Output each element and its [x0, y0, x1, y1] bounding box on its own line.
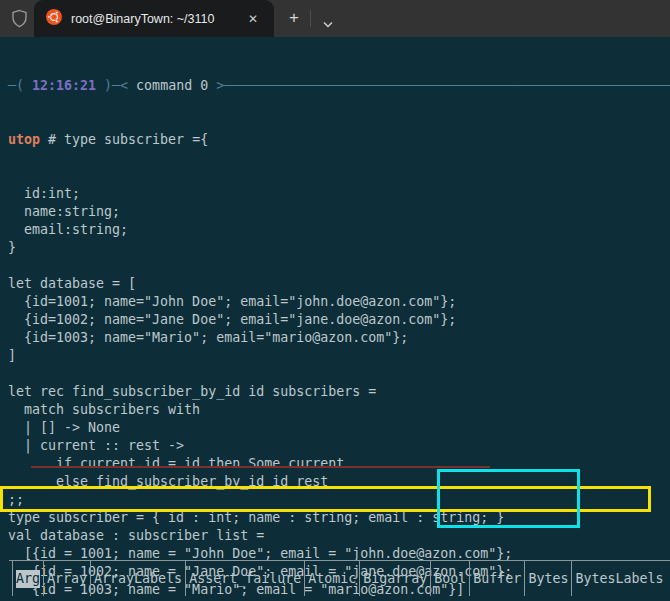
- prompt-command-label: command 0: [136, 78, 208, 93]
- terminal-line: val database : subscriber list =: [8, 527, 670, 545]
- terminal-line: let database = [: [8, 275, 670, 293]
- terminal-line: [8, 365, 670, 383]
- admin-shield-icon: [11, 9, 28, 28]
- prompt-line-command-0: ─( 12:16:21 )─< command 0 >─────────────…: [8, 77, 670, 95]
- completion-item: Arg: [16, 570, 40, 588]
- terminal-line: | current :: rest ->: [8, 437, 670, 455]
- terminal-line: | [] -> None: [8, 419, 670, 437]
- completion-separator: [301, 561, 308, 596]
- terminal-line: id:int;: [8, 185, 670, 203]
- terminal-line: ;;: [8, 491, 670, 509]
- terminal-line: {id=1003; name="Mario"; email="mario@azo…: [8, 329, 670, 347]
- completion-separator: [182, 561, 189, 596]
- prompt-time: 12:16:21: [32, 78, 96, 93]
- completion-item: Atomic: [308, 570, 356, 588]
- terminal-output: id:int; name:string; email:string;}let d…: [8, 185, 670, 601]
- titlebar-separator: [310, 10, 311, 27]
- terminal-line: {id=1001; name="John Doe"; email="john.d…: [8, 293, 670, 311]
- terminal-screen[interactable]: ─( 12:16:21 )─< command 0 >─────────────…: [0, 37, 670, 601]
- completion-separator: [427, 561, 434, 596]
- prompt-frame: >───────────────────────────────────────…: [208, 78, 670, 93]
- prompt-frame: )─<: [96, 78, 136, 93]
- terminal-line: [8, 257, 670, 275]
- completion-item: Bool: [434, 570, 466, 588]
- terminal-line: ]: [8, 347, 670, 365]
- tab-active[interactable]: root@BinaryTown: ~/3110 ✕: [34, 0, 274, 37]
- terminal-line: {id=1002; name="Jane Doe"; email="jane.d…: [8, 311, 670, 329]
- utop-prompt: utop: [8, 132, 40, 147]
- ubuntu-icon: [46, 9, 62, 29]
- titlebar: root@BinaryTown: ~/3110 ✕ +: [0, 0, 670, 37]
- completion-separator: [521, 561, 528, 596]
- completion-separator: [466, 561, 473, 596]
- terminal-line: if current.id = id then Some current: [8, 455, 670, 473]
- tab-dropdown-button[interactable]: [318, 15, 338, 33]
- completion-item: BytesLabels: [575, 570, 663, 588]
- terminal-line: else find_subscriber_by_id id rest: [8, 473, 670, 491]
- terminal-line: type subscriber = { id : int; name : str…: [8, 509, 670, 527]
- completion-item: Buffer: [473, 570, 521, 588]
- completion-separator: [568, 561, 575, 596]
- close-tab-icon[interactable]: ✕: [244, 10, 262, 28]
- terminal-line: }: [8, 239, 670, 257]
- terminal-line: match subscribers with: [8, 401, 670, 419]
- completion-item: Array: [47, 570, 87, 588]
- completion-item: Bigarray: [363, 570, 427, 588]
- completion-bar: ArgArrayArrayLabelsAssert_failureAtomicB…: [9, 560, 670, 596]
- completion-item: ArrayLabels: [94, 570, 182, 588]
- echo-text: # type subscriber ={: [40, 132, 208, 147]
- completion-separator: [40, 561, 47, 596]
- prompt-frame: ─(: [8, 78, 32, 93]
- completion-separator: [87, 561, 94, 596]
- new-tab-button[interactable]: +: [281, 0, 307, 37]
- tab-title: root@BinaryTown: ~/3110: [71, 12, 235, 26]
- completion-separator: [9, 561, 16, 596]
- terminal-line: name:string;: [8, 203, 670, 221]
- completion-item: Bytes: [528, 570, 568, 588]
- input-echo-line: utop # type subscriber ={: [8, 131, 670, 149]
- terminal-line: let rec find_subscriber_by_id id subscri…: [8, 383, 670, 401]
- terminal-line: email:string;: [8, 221, 670, 239]
- completion-item: Assert_failure: [189, 570, 301, 588]
- completion-separator: [356, 561, 363, 596]
